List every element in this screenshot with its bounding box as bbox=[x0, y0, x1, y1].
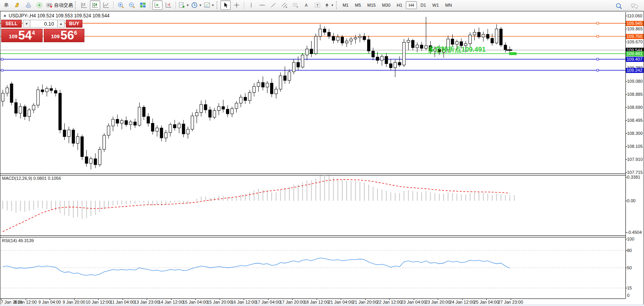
rsi-axis-label: 50 bbox=[627, 265, 644, 270]
rsi-axis-tick bbox=[625, 250, 627, 251]
collapse-chart-icon[interactable]: ▲ bbox=[3, 13, 7, 17]
text-tool-button[interactable]: A bbox=[301, 0, 312, 10]
autotrade-button[interactable]: 自动交易 bbox=[45, 0, 73, 10]
bearish-candle bbox=[244, 97, 246, 100]
buy-price-prefix: 109 bbox=[51, 34, 60, 39]
signals-icon[interactable] bbox=[34, 0, 45, 10]
price-axis-label: 108.300 bbox=[627, 131, 644, 136]
bullish-candle bbox=[2, 93, 4, 101]
crosshair-button[interactable] bbox=[231, 0, 242, 10]
bullish-candle bbox=[77, 136, 79, 143]
buy-price-tile[interactable]: 109 56 6 bbox=[44, 29, 84, 42]
sell-button[interactable]: SELL bbox=[1, 20, 22, 28]
time-axis-line bbox=[0, 299, 625, 299]
timeframe-h4[interactable]: H4 bbox=[406, 1, 417, 9]
bearish-candle bbox=[332, 36, 335, 40]
hline-handle[interactable] bbox=[597, 35, 599, 37]
volume-increase-button[interactable]: ▲ bbox=[57, 20, 65, 28]
timeframe-m1[interactable]: M1 bbox=[340, 1, 351, 9]
arrows-tool-button[interactable]: ▼ bbox=[323, 0, 334, 10]
bearish-candle bbox=[222, 106, 225, 109]
fibonacci-button[interactable]: F bbox=[290, 0, 301, 10]
templates-button[interactable]: ▼ bbox=[203, 0, 215, 10]
zoom-out-button[interactable] bbox=[127, 0, 137, 10]
indicators-button[interactable]: ▼ bbox=[178, 0, 190, 10]
price-axis-label: 108.690 bbox=[627, 105, 644, 110]
timeframe-h1[interactable]: H1 bbox=[394, 1, 405, 9]
hline-handle[interactable] bbox=[597, 58, 599, 60]
bullish-candle bbox=[319, 29, 321, 36]
tile-windows-button[interactable] bbox=[138, 0, 148, 10]
vertical-line-button[interactable] bbox=[246, 0, 256, 10]
robot-icon bbox=[46, 2, 53, 9]
price-axis-label: 107.910 bbox=[627, 157, 644, 162]
macd-axis-tick bbox=[625, 232, 627, 233]
bullish-candle bbox=[248, 93, 251, 101]
buy-button[interactable]: BUY bbox=[66, 20, 82, 28]
community-icon[interactable] bbox=[23, 0, 34, 10]
macd-axis-tick bbox=[625, 177, 627, 177]
toolbar-separator bbox=[244, 1, 244, 9]
bearish-candle bbox=[23, 106, 26, 116]
timeframe-m30[interactable]: M30 bbox=[379, 1, 393, 9]
timeframe-m5[interactable]: M5 bbox=[352, 1, 364, 9]
bar-chart-button[interactable] bbox=[79, 0, 89, 10]
mt4-window: 单 自动交易 bbox=[0, 0, 644, 306]
auto-scroll-button[interactable] bbox=[152, 0, 162, 10]
bearish-candle bbox=[10, 84, 13, 102]
rsi-axis-label: 100 bbox=[627, 237, 644, 241]
cursor-button[interactable] bbox=[220, 0, 231, 10]
chat-icon[interactable] bbox=[629, 1, 640, 11]
time-axis-label: 14 Jan 12:00 bbox=[159, 300, 184, 304]
bullish-candle bbox=[482, 34, 485, 37]
timeframe-m15[interactable]: M15 bbox=[364, 1, 378, 9]
line-chart-button[interactable] bbox=[101, 0, 111, 10]
bullish-candle bbox=[28, 110, 31, 117]
rsi-pane[interactable] bbox=[0, 237, 625, 299]
bearish-candle bbox=[310, 49, 313, 54]
timeframe-d1[interactable]: D1 bbox=[418, 1, 429, 9]
chart-shift-button[interactable] bbox=[163, 0, 174, 10]
time-axis-label: 15 Jan 20:00 bbox=[207, 300, 232, 304]
equidistant-channel-button[interactable]: E bbox=[279, 0, 289, 10]
bullish-candle bbox=[292, 62, 295, 72]
macd-pane[interactable] bbox=[0, 175, 625, 235]
new-order-label: 单 bbox=[4, 2, 9, 9]
timeframe-mn[interactable]: MN bbox=[442, 1, 455, 9]
bearish-candle bbox=[63, 130, 66, 137]
volume-decrease-button[interactable]: ▼ bbox=[23, 20, 30, 28]
moneybag-icon[interactable] bbox=[12, 0, 22, 10]
bullish-candle bbox=[98, 149, 101, 165]
hline-handle[interactable] bbox=[1, 69, 3, 71]
toolbar-separator bbox=[113, 1, 114, 9]
candlestick-chart-button[interactable] bbox=[90, 0, 100, 10]
pivot-level-marker[interactable] bbox=[509, 52, 517, 55]
text-label-button[interactable]: T bbox=[312, 0, 323, 10]
zoom-in-button[interactable] bbox=[116, 0, 126, 10]
price-axis-label: 107.715 bbox=[627, 170, 644, 175]
bearish-candle bbox=[151, 123, 154, 131]
bearish-candle bbox=[411, 40, 414, 48]
horizontal-line-button[interactable] bbox=[257, 0, 267, 10]
hline-handle[interactable] bbox=[1, 58, 3, 60]
bullish-candle bbox=[495, 29, 498, 43]
sell-price-tile[interactable]: 109 54 4 bbox=[1, 29, 43, 42]
macd-axis-label: -0.4504 bbox=[627, 230, 644, 235]
search-icon[interactable] bbox=[614, 1, 624, 11]
hline-handle[interactable] bbox=[597, 69, 599, 71]
trendline-button[interactable] bbox=[268, 0, 278, 10]
timeframe-w1[interactable]: W1 bbox=[429, 1, 442, 9]
hline-handle[interactable] bbox=[597, 22, 599, 24]
chevron-down-icon: ▼ bbox=[331, 4, 334, 7]
periods-button[interactable]: ▼ bbox=[190, 0, 202, 10]
bullish-candle bbox=[112, 119, 114, 126]
main-chart-pane[interactable] bbox=[0, 12, 625, 174]
bullish-candle bbox=[191, 116, 194, 129]
toolbar-grip bbox=[217, 1, 218, 9]
bullish-candle bbox=[169, 125, 172, 132]
bullish-candle bbox=[469, 35, 472, 44]
new-order-button[interactable]: 单 bbox=[1, 0, 11, 10]
volume-input[interactable] bbox=[30, 20, 57, 28]
time-axis-label: 9 Jan 20:00 bbox=[63, 300, 86, 304]
price-badge: 109.242 bbox=[626, 68, 644, 73]
